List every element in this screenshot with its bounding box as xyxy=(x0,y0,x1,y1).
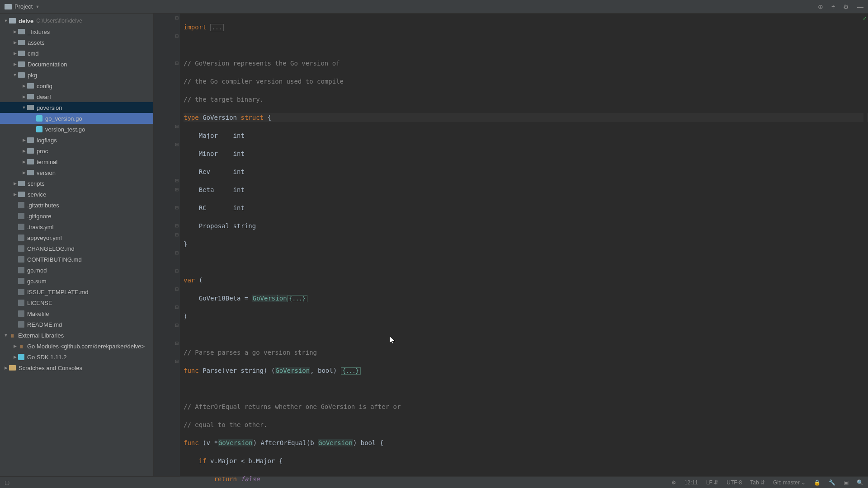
tree-item-license[interactable]: LICENSE xyxy=(0,297,153,308)
main-area: ▼ delve C:\Users\flori\delve ▶_fixtures▶… xyxy=(0,14,868,476)
project-label[interactable]: Project xyxy=(14,3,33,10)
code-area[interactable]: import ... // GoVersion represents the G… xyxy=(180,14,868,476)
tree-item-go-version-go[interactable]: go_version.go xyxy=(0,113,153,124)
chevron-down-icon[interactable]: ▼ xyxy=(35,5,39,9)
folder-icon xyxy=(27,148,34,154)
tree-item-service[interactable]: ▶service xyxy=(0,189,153,200)
tree-item-label: version_test.go xyxy=(45,126,85,133)
chevron-right-icon[interactable]: ▶ xyxy=(21,170,27,175)
chevron-right-icon[interactable]: ▶ xyxy=(21,149,27,153)
chevron-right-icon[interactable]: ▶ xyxy=(12,29,18,34)
library-icon: ⫼ xyxy=(18,343,24,349)
file-icon xyxy=(18,267,24,273)
tree-item--travis-yml[interactable]: .travis.yml xyxy=(0,221,153,232)
tree-item-terminal[interactable]: ▶terminal xyxy=(0,156,153,167)
tree-item-issue-template-md[interactable]: ISSUE_TEMPLATE.md xyxy=(0,286,153,297)
module-icon xyxy=(9,18,16,23)
minimize-icon[interactable]: — xyxy=(857,3,863,10)
project-view-icon[interactable] xyxy=(5,4,12,9)
tree-item-label: .gitattributes xyxy=(27,202,59,209)
tool-window-icon[interactable]: ▢ xyxy=(5,479,9,486)
tree-item-label: dwarf xyxy=(37,94,51,100)
tree-root[interactable]: ▼ delve C:\Users\flori\delve xyxy=(0,15,153,26)
go-sdk-lib[interactable]: ▶ Go SDK 1.11.2 xyxy=(0,352,153,362)
fold-gutter[interactable]: ⊟ ⊟ ⊟ ⊟ ⊟ ⊟ ⊞ ⊟ ⊟⊟ ⊟⊟ ⊟ ⊟⊟ ⊟ ⊟ xyxy=(174,14,180,476)
chevron-right-icon[interactable]: ▶ xyxy=(21,138,27,142)
tree-item-label: version xyxy=(37,169,56,176)
tree-item-label: pkg xyxy=(28,72,37,79)
tree-item-label: proc xyxy=(37,148,48,155)
locate-icon[interactable]: ⊕ xyxy=(818,3,823,10)
scratches-node[interactable]: ▶ Scratches and Consoles xyxy=(0,362,153,373)
tree-item-config[interactable]: ▶config xyxy=(0,80,153,91)
chevron-right-icon[interactable]: ▶ xyxy=(12,51,18,56)
folder-icon xyxy=(27,170,34,175)
tree-item-version[interactable]: ▶version xyxy=(0,167,153,178)
fold-struct-lit[interactable]: {...} xyxy=(288,295,307,302)
file-icon xyxy=(18,256,24,263)
tree-item-go-sum[interactable]: go.sum xyxy=(0,276,153,286)
external-libraries[interactable]: ▼ ⫼ External Libraries xyxy=(0,330,153,341)
chevron-down-icon[interactable]: ▼ xyxy=(21,105,27,110)
chevron-right-icon[interactable]: ▶ xyxy=(21,94,27,99)
chevron-down-icon[interactable]: ▼ xyxy=(12,73,18,77)
tree-item-assets[interactable]: ▶assets xyxy=(0,37,153,48)
project-tree[interactable]: ▼ delve C:\Users\flori\delve ▶_fixtures▶… xyxy=(0,14,154,476)
file-icon xyxy=(18,245,24,252)
file-icon xyxy=(18,235,24,241)
chevron-right-icon[interactable]: ▶ xyxy=(12,40,18,45)
library-icon: ⫼ xyxy=(9,332,15,338)
chevron-right-icon[interactable]: ▶ xyxy=(21,84,27,88)
tree-item-proc[interactable]: ▶proc xyxy=(0,145,153,156)
tree-item--gitattributes[interactable]: .gitattributes xyxy=(0,200,153,211)
editor[interactable]: ⊟ ⊟ ⊟ ⊟ ⊟ ⊟ ⊞ ⊟ ⊟⊟ ⊟⊟ ⊟ ⊟⊟ ⊟ ⊟ import ..… xyxy=(154,14,868,476)
chevron-right-icon[interactable]: ▶ xyxy=(21,160,27,164)
file-icon xyxy=(18,213,24,219)
chevron-right-icon[interactable]: ▶ xyxy=(3,366,9,370)
tree-item-appveyor-yml[interactable]: appveyor.yml xyxy=(0,232,153,243)
tree-item-label: goversion xyxy=(37,104,62,111)
tree-item-pkg[interactable]: ▼pkg xyxy=(0,70,153,80)
gear-icon[interactable]: ⚙ xyxy=(843,3,849,10)
tree-item-changelog-md[interactable]: CHANGELOG.md xyxy=(0,243,153,254)
chevron-down-icon[interactable]: ▼ xyxy=(3,333,9,338)
tree-item-label: scripts xyxy=(28,180,45,187)
chevron-right-icon[interactable]: ▶ xyxy=(12,62,18,66)
tree-item-logflags[interactable]: ▶logflags xyxy=(0,135,153,145)
collapse-icon[interactable]: ÷ xyxy=(831,3,835,10)
folder-icon xyxy=(27,94,34,99)
tree-item-contributing-md[interactable]: CONTRIBUTING.md xyxy=(0,254,153,265)
tree-item-goversion[interactable]: ▼goversion xyxy=(0,102,153,113)
chevron-right-icon[interactable]: ▶ xyxy=(12,192,18,197)
file-icon xyxy=(18,278,24,284)
tree-item--gitignore[interactable]: .gitignore xyxy=(0,211,153,221)
folder-icon xyxy=(18,51,25,56)
fold-import[interactable]: ... xyxy=(210,24,224,31)
chevron-right-icon[interactable]: ▶ xyxy=(12,355,18,359)
file-icon xyxy=(18,310,24,317)
tree-item-version-test-go[interactable]: version_test.go xyxy=(0,124,153,135)
scratches-icon xyxy=(9,365,16,371)
kw-import: import xyxy=(184,23,207,31)
go-modules-lib[interactable]: ▶ ⫼ Go Modules <github.com/derekparker/d… xyxy=(0,341,153,352)
tree-item-label: logflags xyxy=(37,137,57,144)
file-icon xyxy=(18,224,24,230)
chevron-down-icon[interactable]: ▼ xyxy=(3,19,9,23)
tree-item--fixtures[interactable]: ▶_fixtures xyxy=(0,26,153,37)
tree-item-dwarf[interactable]: ▶dwarf xyxy=(0,91,153,102)
tree-item-readme-md[interactable]: README.md xyxy=(0,319,153,330)
tree-item-label: terminal xyxy=(37,159,57,165)
tree-item-go-mod[interactable]: go.mod xyxy=(0,265,153,276)
tree-item-cmd[interactable]: ▶cmd xyxy=(0,48,153,59)
chevron-right-icon[interactable]: ▶ xyxy=(12,344,18,348)
tree-item-label: config xyxy=(37,83,52,89)
tree-item-makefile[interactable]: Makefile xyxy=(0,308,153,319)
tree-item-scripts[interactable]: ▶scripts xyxy=(0,178,153,189)
tree-item-label: go.mod xyxy=(27,267,47,274)
tree-item-documentation[interactable]: ▶Documentation xyxy=(0,59,153,70)
fold-func-body[interactable]: {...} xyxy=(341,367,361,375)
error-stripe[interactable]: ✓ xyxy=(863,14,867,476)
folder-icon xyxy=(18,181,25,186)
chevron-right-icon[interactable]: ▶ xyxy=(12,181,18,186)
project-toolbar: Project ▼ ⊕ ÷ ⚙ — xyxy=(0,0,868,14)
